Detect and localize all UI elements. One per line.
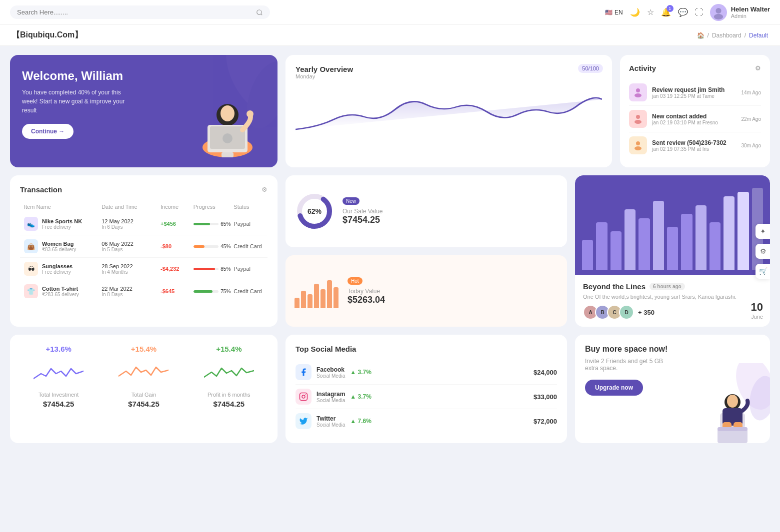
yearly-chart bbox=[296, 84, 602, 144]
wave-chart-3 bbox=[204, 361, 254, 386]
breadcrumb: 🏠 / Dashboard / Default bbox=[697, 32, 768, 39]
activity-thumb-2 bbox=[629, 110, 647, 128]
row-3: +13.6% Total Investment $7454.25 +15.4% … bbox=[10, 335, 770, 443]
svg-point-15 bbox=[636, 88, 640, 92]
today-bar-chart bbox=[294, 273, 340, 308]
language-selector[interactable]: 🇺🇸 EN bbox=[605, 9, 623, 16]
activity-item-1: Review request jim Smith jan 03 19 12:25… bbox=[629, 79, 761, 106]
magic-icon[interactable]: ✦ bbox=[756, 224, 770, 239]
svg-point-12 bbox=[222, 133, 232, 143]
notification-badge: 1 bbox=[666, 5, 674, 12]
svg-point-25 bbox=[305, 394, 306, 395]
welcome-illustration bbox=[178, 82, 268, 167]
user-profile[interactable]: Helen Walter Admin bbox=[710, 4, 770, 21]
search-icon bbox=[256, 9, 263, 16]
activity-title: Activity bbox=[629, 64, 656, 72]
social-twitter: Twitter Social Media ▲ 7.6% $72,000 bbox=[296, 409, 557, 433]
chat-icon[interactable]: 💬 bbox=[678, 7, 688, 17]
table-header: Item Name Date and Time Income Progress … bbox=[20, 201, 268, 213]
transaction-card: Transaction ⚙ Item Name Date and Time In… bbox=[10, 175, 278, 327]
svg-point-30 bbox=[727, 395, 738, 408]
welcome-subtitle: You have completed 40% of your this week… bbox=[22, 88, 132, 115]
social-instagram: Instagram Social Media ▲ 3.7% $33,000 bbox=[296, 385, 557, 409]
svg-point-20 bbox=[634, 146, 642, 150]
buy-description: Invite 2 Friends and get 5 GB extra spac… bbox=[585, 358, 665, 372]
plus-count: + 350 bbox=[638, 309, 654, 316]
table-row: 👕 Cotton T-shirt ₹283.65 delivery 22 Mar… bbox=[20, 280, 268, 302]
notification-icon[interactable]: 🔔 1 bbox=[661, 7, 671, 17]
brand-logo: 【Biqubiqu.Com】 bbox=[12, 30, 82, 40]
activity-thumb-1 bbox=[629, 83, 647, 101]
upgrade-button[interactable]: Upgrade now bbox=[585, 380, 643, 396]
stat-gain: +15.4% Total Gain $7454.25 bbox=[105, 345, 182, 408]
transaction-header: Transaction ⚙ bbox=[20, 185, 268, 194]
avatar-4: D bbox=[619, 305, 634, 320]
beyond-date: 10 June bbox=[751, 301, 763, 320]
cart-icon[interactable]: 🛒 bbox=[756, 264, 770, 279]
social-title: Top Social Media bbox=[296, 345, 557, 353]
activity-settings-icon[interactable]: ⚙ bbox=[755, 64, 761, 72]
svg-rect-13 bbox=[222, 152, 234, 157]
yearly-subtitle: Monday bbox=[296, 73, 602, 79]
main-content: Welcome, William You have completed 40% … bbox=[0, 46, 780, 452]
svg-point-3 bbox=[714, 13, 723, 19]
svg-point-9 bbox=[220, 105, 234, 121]
svg-point-18 bbox=[634, 120, 642, 124]
beyond-avatars: A B C D bbox=[583, 305, 631, 320]
item-icon-1: 👟 bbox=[24, 217, 38, 231]
activity-card: Activity ⚙ Review request jim Smith jan … bbox=[620, 55, 770, 167]
avatar bbox=[710, 4, 727, 21]
search-bar[interactable] bbox=[10, 5, 270, 19]
table-row: 👟 Nike Sports NK Free delivery 12 May 20… bbox=[20, 213, 268, 235]
svg-line-1 bbox=[261, 13, 262, 15]
svg-point-2 bbox=[716, 7, 721, 13]
activity-thumb-3 bbox=[629, 136, 647, 154]
svg-rect-35 bbox=[718, 427, 748, 431]
item-icon-4: 👕 bbox=[24, 284, 38, 298]
svg-rect-23 bbox=[300, 393, 308, 401]
nav-right: 🇺🇸 EN 🌙 ☆ 🔔 1 💬 ⛶ Helen Walter Admin bbox=[605, 4, 770, 21]
facebook-icon bbox=[296, 364, 312, 380]
item-icon-3: 🕶 bbox=[24, 262, 38, 276]
stat-profit: +15.4% Profit in 6 months $7454.25 bbox=[190, 345, 268, 408]
star-icon[interactable]: ☆ bbox=[647, 7, 654, 17]
settings-icon[interactable]: ⚙ bbox=[756, 244, 770, 259]
search-input[interactable] bbox=[17, 8, 252, 16]
svg-point-24 bbox=[302, 395, 305, 398]
yearly-title: Yearly Overview bbox=[296, 65, 602, 73]
item-icon-2: 👜 bbox=[24, 239, 38, 253]
welcome-card: Welcome, William You have completed 40% … bbox=[10, 55, 278, 167]
stats-grid: +13.6% Total Investment $7454.25 +15.4% … bbox=[20, 345, 268, 408]
side-icons: ✦ ⚙ 🛒 bbox=[756, 224, 770, 279]
top-nav: 🇺🇸 EN 🌙 ☆ 🔔 1 💬 ⛶ Helen Walter Admin bbox=[0, 0, 780, 25]
row-2: Transaction ⚙ Item Name Date and Time In… bbox=[10, 175, 770, 327]
instagram-icon bbox=[296, 389, 312, 405]
home-icon: 🏠 bbox=[697, 32, 704, 39]
svg-point-19 bbox=[636, 141, 640, 145]
beyond-card: ✦ ⚙ 🛒 Beyond the Lines 6 hours ago One O… bbox=[575, 175, 770, 327]
transaction-settings-icon[interactable]: ⚙ bbox=[262, 186, 268, 193]
stat-investment: +13.6% Total Investment $7454.25 bbox=[20, 345, 97, 408]
svg-point-14 bbox=[246, 110, 254, 117]
svg-point-0 bbox=[257, 9, 262, 14]
social-facebook: Facebook Social Media ▲ 3.7% $24,000 bbox=[296, 360, 557, 385]
stats-card: +13.6% Total Investment $7454.25 +15.4% … bbox=[10, 335, 278, 443]
table-row: 👜 Women Bag ₹83.65 delivery 06 May 2022 … bbox=[20, 235, 268, 258]
continue-button[interactable]: Continue → bbox=[22, 124, 74, 139]
buy-space-card: Buy more space now! Invite 2 Friends and… bbox=[575, 335, 770, 443]
sale-value-card: 62% New Our Sale Value $7454.25 bbox=[286, 175, 567, 247]
svg-point-17 bbox=[636, 115, 640, 119]
breadcrumb-bar: 【Biqubiqu.Com】 🏠 / Dashboard / Default bbox=[0, 25, 780, 46]
beyond-title-text: Beyond the Lines bbox=[583, 282, 646, 291]
table-row: 🕶 Sunglasses Free delivery 28 Sep 2022 I… bbox=[20, 258, 268, 280]
yearly-overview-card: Yearly Overview Monday 50/100 bbox=[286, 55, 612, 167]
dark-mode-toggle[interactable]: 🌙 bbox=[630, 7, 640, 17]
sale-column: 62% New Our Sale Value $7454.25 bbox=[286, 175, 567, 327]
row-1: Welcome, William You have completed 40% … bbox=[10, 55, 770, 167]
transaction-title: Transaction bbox=[20, 185, 62, 194]
buy-title: Buy more space now! bbox=[585, 345, 760, 354]
twitter-icon bbox=[296, 413, 312, 429]
activity-item-3: Sent review (504)236-7302 jan 02 19 07:3… bbox=[629, 132, 761, 158]
buy-illustration bbox=[690, 363, 770, 443]
fullscreen-icon[interactable]: ⛶ bbox=[695, 8, 703, 17]
